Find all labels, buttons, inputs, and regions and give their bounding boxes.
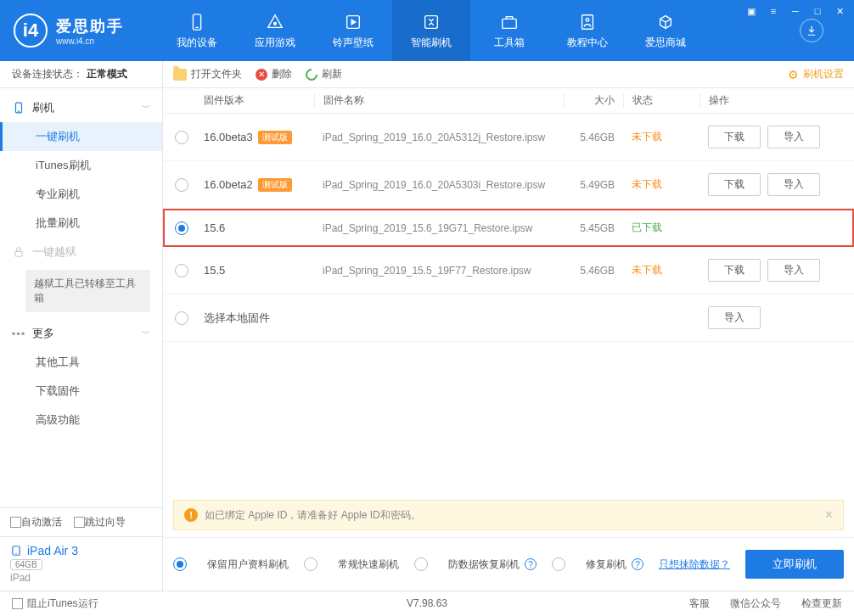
firmware-radio[interactable] [175, 264, 188, 277]
nav-icon [343, 12, 363, 32]
logo[interactable]: i4 爱思助手 www.i4.cn [14, 14, 158, 48]
svg-point-7 [586, 18, 589, 21]
erase-only-link[interactable]: 只想抹除数据？ [659, 557, 730, 572]
warning-icon: ! [184, 508, 198, 522]
content: 打开文件夹 ✕删除 刷新 ⚙刷机设置 固件版本 固件名称 大小 状态 操作 16… [163, 61, 854, 591]
flash-now-button[interactable]: 立即刷机 [745, 550, 844, 579]
firmware-version: 15.6 [204, 221, 314, 234]
delete-button[interactable]: ✕删除 [256, 67, 292, 81]
chevron-down-icon: ﹀ [142, 328, 150, 339]
help-icon[interactable]: ? [632, 558, 643, 570]
nav-tab-0[interactable]: 我的设备 [158, 0, 236, 61]
import-button[interactable]: 导入 [708, 306, 761, 329]
firmware-row[interactable]: 15.5 iPad_Spring_2019_15.5_19F77_Restore… [163, 247, 854, 294]
download-indicator-icon[interactable] [800, 19, 823, 42]
nav-tab-4[interactable]: 工具箱 [470, 0, 548, 61]
footer: 阻止iTunes运行 V7.98.63 客服 微信公众号 检查更新 [0, 591, 854, 615]
sidebar-item-flash-2[interactable]: 专业刷机 [0, 180, 162, 209]
opt-anti-recovery[interactable]: 防数据恢复刷机? [414, 557, 537, 572]
phone-icon [12, 101, 25, 115]
more-icon: ••• [12, 327, 25, 340]
firmware-status: 未下载 [623, 263, 699, 277]
import-button[interactable]: 导入 [767, 173, 820, 196]
footer-wechat[interactable]: 微信公众号 [730, 596, 781, 611]
import-button[interactable]: 导入 [767, 259, 820, 282]
tb-opt1[interactable]: ▣ [744, 3, 759, 19]
nav-icon [421, 12, 441, 32]
maximize-button[interactable]: □ [810, 3, 825, 19]
help-icon[interactable]: ? [525, 558, 537, 570]
svg-rect-5 [503, 19, 517, 28]
block-itunes-checkbox[interactable]: 阻止iTunes运行 [12, 596, 98, 611]
firmware-name: iPad_Spring_2019_15.5_19F77_Restore.ipsw [314, 265, 564, 277]
tb-opt2[interactable]: ≡ [766, 3, 781, 19]
sidebar-group-jailbreak: 一键越狱 [0, 238, 162, 266]
app-header: i4 爱思助手 www.i4.cn 我的设备应用游戏铃声壁纸智能刷机工具箱教程中… [0, 0, 854, 61]
download-button[interactable]: 下载 [708, 173, 761, 196]
sidebar-group-more[interactable]: ••• 更多 ﹀ [0, 319, 162, 348]
app-version: V7.98.63 [407, 597, 447, 609]
open-folder-button[interactable]: 打开文件夹 [173, 67, 242, 81]
connection-status: 设备连接状态： 正常模式 [0, 61, 162, 88]
opt-repair[interactable]: 修复刷机? [552, 557, 643, 572]
opt-normal[interactable]: 常规快速刷机 [304, 557, 399, 572]
app-title: 爱思助手 [56, 16, 124, 36]
svg-rect-10 [15, 251, 22, 256]
nav-tab-2[interactable]: 铃声壁纸 [314, 0, 392, 61]
firmware-actions: 导入 [699, 306, 844, 329]
minimize-button[interactable]: ─ [788, 3, 803, 19]
beta-badge: 测试版 [258, 178, 292, 192]
refresh-button[interactable]: 刷新 [306, 67, 342, 81]
firmware-version: 15.5 [204, 264, 314, 277]
sidebar-item-flash-0[interactable]: 一键刷机 [0, 122, 162, 151]
sidebar-item-more-2[interactable]: 高级功能 [0, 406, 162, 434]
firmware-row[interactable]: 16.0beta3测试版 iPad_Spring_2019_16.0_20A53… [163, 114, 854, 161]
firmware-version: 16.0beta2测试版 [204, 178, 314, 192]
nav-tab-5[interactable]: 教程中心 [548, 0, 626, 61]
sidebar-item-flash-1[interactable]: iTunes刷机 [0, 151, 162, 180]
nav-icon [655, 12, 676, 32]
firmware-row[interactable]: 15.6 iPad_Spring_2019_15.6_19G71_Restore… [163, 209, 854, 247]
nav-tab-1[interactable]: 应用游戏 [236, 0, 314, 61]
close-button[interactable]: ✕ [832, 3, 847, 19]
firmware-row[interactable]: 16.0beta2测试版 iPad_Spring_2019_16.0_20A53… [163, 161, 854, 209]
opt-keep-data[interactable]: 保留用户资料刷机 [173, 557, 289, 572]
refresh-icon [303, 66, 320, 83]
footer-update[interactable]: 检查更新 [801, 596, 842, 611]
firmware-radio[interactable] [175, 221, 188, 235]
auto-activate-checkbox[interactable]: 自动激活 [10, 515, 62, 529]
footer-service[interactable]: 客服 [689, 596, 710, 611]
col-version: 固件版本 [204, 93, 314, 108]
firmware-name: iPad_Spring_2019_15.6_19G71_Restore.ipsw [314, 222, 564, 234]
nav-tab-3[interactable]: 智能刷机 [392, 0, 470, 61]
firmware-size: 5.45GB [564, 222, 623, 234]
download-button[interactable]: 下载 [708, 126, 761, 148]
firmware-actions: 下载导入 [699, 126, 844, 148]
chevron-down-icon: ﹀ [142, 102, 150, 114]
sidebar-item-more-1[interactable]: 下载固件 [0, 377, 162, 406]
nav-icon [265, 12, 285, 32]
delete-icon: ✕ [256, 69, 267, 81]
sidebar-item-more-0[interactable]: 其他工具 [0, 348, 162, 377]
flash-options: 保留用户资料刷机 常规快速刷机 防数据恢复刷机? 修复刷机? 只想抹除数据？ 立… [163, 537, 854, 591]
lock-icon [12, 245, 25, 259]
col-size: 大小 [564, 93, 623, 108]
firmware-row[interactable]: 选择本地固件 导入 [163, 294, 854, 342]
import-button[interactable]: 导入 [767, 126, 820, 148]
sidebar-item-flash-3[interactable]: 批量刷机 [0, 209, 162, 238]
sidebar-group-flash[interactable]: 刷机 ﹀ [0, 93, 162, 122]
gear-icon: ⚙ [788, 68, 799, 81]
col-status: 状态 [623, 93, 699, 108]
nav-tab-6[interactable]: 爱思商城 [626, 0, 705, 61]
device-info[interactable]: iPad Air 3 64GB iPad [0, 536, 162, 591]
skip-guide-checkbox[interactable]: 跳过向导 [74, 515, 126, 529]
flash-settings-button[interactable]: ⚙刷机设置 [788, 67, 844, 81]
firmware-size: 5.46GB [564, 265, 623, 277]
table-header: 固件版本 固件名称 大小 状态 操作 [163, 88, 854, 114]
download-button[interactable]: 下载 [708, 259, 761, 282]
firmware-radio[interactable] [175, 178, 188, 192]
alert-close-button[interactable]: × [825, 507, 833, 523]
firmware-radio[interactable] [175, 131, 188, 144]
firmware-version: 16.0beta3测试版 [204, 131, 314, 144]
firmware-radio[interactable] [175, 311, 188, 325]
